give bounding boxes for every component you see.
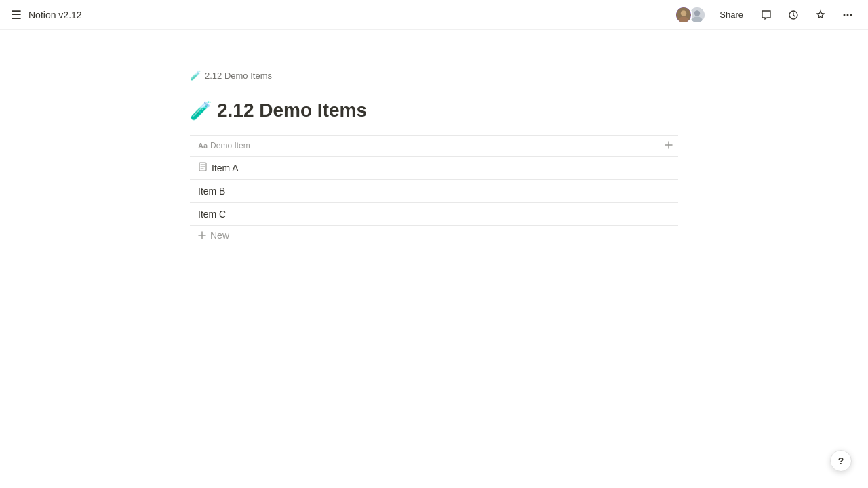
row-cell-name: Item A (190, 158, 678, 178)
add-column-button[interactable] (659, 136, 678, 156)
svg-point-1 (681, 10, 686, 16)
svg-point-8 (847, 14, 849, 16)
page-wrapper: 🧪 2.12 Demo Items 🧪 2.12 Demo Items Aa D… (190, 70, 678, 245)
comment-icon[interactable] (757, 5, 776, 24)
svg-point-7 (844, 14, 846, 16)
share-button[interactable]: Share (714, 7, 749, 22)
app-title: Notion v2.12 (28, 9, 82, 20)
table-row[interactable]: Item B (190, 180, 678, 203)
svg-point-5 (692, 16, 703, 23)
topbar-left: ☰ Notion v2.12 (11, 7, 82, 22)
history-icon[interactable] (784, 5, 803, 24)
table-row[interactable]: Item C (190, 203, 678, 226)
main-content: 🧪 2.12 Demo Items 🧪 2.12 Demo Items Aa D… (0, 30, 868, 245)
breadcrumb-icon: 🧪 (190, 70, 201, 81)
svg-point-2 (679, 16, 689, 23)
favorite-icon[interactable] (811, 5, 830, 24)
avatar-user (675, 6, 692, 24)
page-title: 2.12 Demo Items (217, 100, 367, 121)
database-table: Aa Demo Item Item A Item B (190, 135, 678, 245)
topbar: ☰ Notion v2.12 Share (0, 0, 868, 30)
help-button[interactable]: ? (830, 450, 852, 472)
table-row[interactable]: Item A (190, 157, 678, 180)
breadcrumb: 🧪 2.12 Demo Items (190, 70, 678, 81)
svg-point-9 (850, 14, 852, 16)
column-header-name[interactable]: Aa Demo Item (190, 137, 656, 155)
new-row-label: New (210, 230, 229, 241)
row-name: Item B (198, 186, 225, 197)
column-header-label: Demo Item (210, 141, 250, 150)
avatar-group (675, 6, 706, 24)
database-header: Aa Demo Item (190, 135, 678, 157)
help-label: ? (838, 455, 844, 466)
row-cell-name: Item C (190, 205, 678, 224)
row-name: Item A (212, 163, 239, 174)
topbar-right: Share (675, 5, 857, 24)
row-name: Item C (198, 209, 226, 220)
row-cell-name: Item B (190, 182, 678, 201)
row-page-icon (198, 162, 208, 174)
breadcrumb-text: 2.12 Demo Items (205, 70, 272, 81)
page-icon: 🧪 (190, 100, 212, 121)
svg-point-4 (694, 10, 700, 16)
column-type-icon: Aa (198, 142, 208, 150)
page-heading: 🧪 2.12 Demo Items (190, 100, 678, 121)
more-options-icon[interactable] (838, 5, 857, 24)
menu-icon[interactable]: ☰ (11, 7, 22, 22)
new-row-button[interactable]: New (190, 226, 678, 245)
